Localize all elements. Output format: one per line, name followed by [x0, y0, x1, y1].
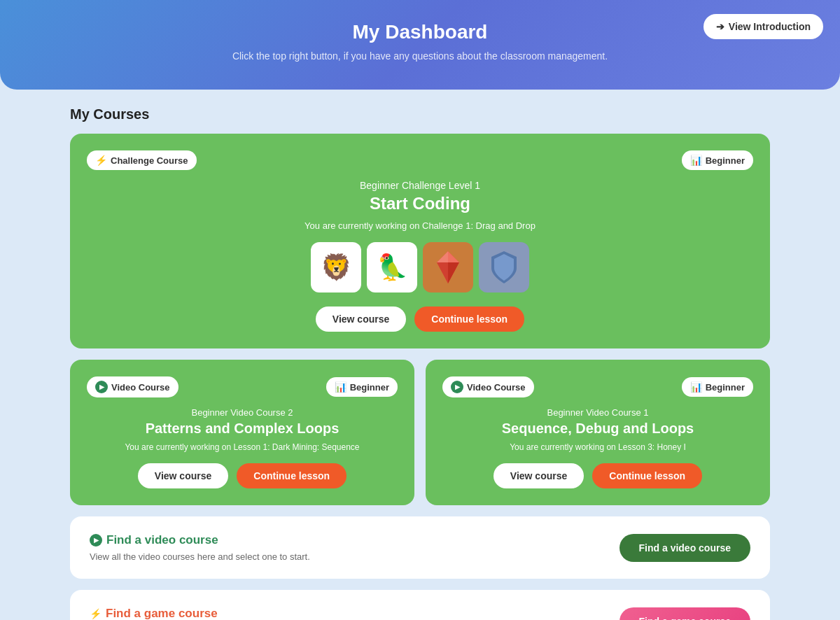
dashboard-subtitle: Click the top right button, if you have … [28, 50, 812, 62]
find-video-course-button[interactable]: Find a video course [620, 534, 750, 562]
find-video-course-card: ▶ Find a video course View all the video… [70, 516, 770, 579]
video-left-title: Patterns and Complex Loops [87, 421, 398, 437]
svg-marker-1 [448, 251, 459, 262]
beginner-badge: 📊 Beginner [682, 150, 753, 170]
game-icon-gem [423, 242, 473, 293]
view-introduction-button[interactable]: ➔ View Introduction [704, 14, 823, 39]
video-course-right-card: ▶ Video Course 📊 Beginner Beginner Video… [426, 360, 770, 505]
arrow-right-icon: ➔ [716, 21, 724, 32]
dashboard-title: My Dashboard [28, 21, 812, 43]
game-icon-parrot: 🦜 [367, 242, 417, 293]
video-badge-label-left: Video Course [111, 382, 170, 393]
view-course-button[interactable]: View course [316, 307, 406, 332]
play-circle-icon-left: ▶ [95, 381, 108, 393]
view-course-right-button[interactable]: View course [493, 463, 584, 488]
challenge-badge: ⚡ Challenge Course [87, 150, 197, 170]
game-icon-lion: 🦁 [311, 242, 361, 293]
bar-chart-icon-right: 📊 [690, 381, 702, 393]
view-intro-label: View Introduction [729, 21, 811, 32]
beginner-label-right: Beginner [706, 382, 745, 393]
continue-lesson-button[interactable]: Continue lesson [414, 307, 524, 332]
svg-marker-4 [437, 262, 448, 283]
beginner-label-left: Beginner [350, 382, 389, 393]
challenge-badge-label: Challenge Course [111, 155, 188, 166]
find-game-course-button[interactable]: Find a game course [620, 607, 750, 621]
find-game-heading: ⚡ Find a game course [90, 607, 411, 620]
card-subtitle: Beginner Challenge Level 1 [87, 180, 753, 191]
video-courses-row: ▶ Video Course 📊 Beginner Beginner Video… [70, 360, 770, 505]
challenge-card-buttons: View course Continue lesson [87, 307, 753, 332]
video-badge-right: ▶ Video Course [442, 376, 534, 397]
main-content: My Courses ⚡ Challenge Course 📊 Beginner… [0, 106, 840, 620]
header: ➔ View Introduction My Dashboard Click t… [0, 0, 840, 90]
video-course-left-card: ▶ Video Course 📊 Beginner Beginner Video… [70, 360, 414, 505]
svg-marker-2 [448, 262, 459, 283]
video-left-current: You are currently working on Lesson 1: D… [87, 442, 398, 452]
my-courses-heading: My Courses [70, 106, 770, 122]
card-title: Start Coding [87, 194, 753, 213]
video-badge-left: ▶ Video Course [87, 376, 178, 397]
view-course-left-button[interactable]: View course [138, 463, 228, 488]
flash-icon-game: ⚡ [90, 608, 102, 619]
card-top-row: ⚡ Challenge Course 📊 Beginner [87, 150, 753, 170]
find-game-left: ⚡ Find a game course View and start the … [90, 607, 411, 620]
find-video-desc: View all the video courses here and sele… [90, 551, 310, 562]
continue-left-button[interactable]: Continue lesson [237, 463, 346, 488]
card-top-row-right: ▶ Video Course 📊 Beginner [442, 376, 753, 397]
continue-right-button[interactable]: Continue lesson [592, 463, 702, 488]
find-video-heading-text: Find a video course [106, 533, 218, 547]
beginner-badge-right: 📊 Beginner [682, 377, 753, 397]
find-video-heading: ▶ Find a video course [90, 533, 310, 547]
bar-chart-icon: 📊 [690, 155, 702, 166]
card-current-lesson: You are currently working on Challenge 1… [87, 220, 753, 231]
bar-chart-icon-left: 📊 [335, 381, 346, 393]
beginner-badge-left: 📊 Beginner [326, 377, 398, 397]
challenge-course-card: ⚡ Challenge Course 📊 Beginner Beginner C… [70, 134, 770, 348]
find-video-left: ▶ Find a video course View all the video… [90, 533, 310, 562]
video-right-current: You are currently working on Lesson 3: H… [442, 442, 753, 452]
beginner-badge-label: Beginner [706, 155, 745, 166]
find-game-heading-text: Find a game course [106, 607, 218, 620]
video-right-buttons: View course Continue lesson [442, 463, 753, 488]
video-left-subtitle: Beginner Video Course 2 [87, 407, 398, 418]
video-left-buttons: View course Continue lesson [87, 463, 398, 488]
play-circle-icon-right: ▶ [451, 381, 463, 393]
card-top-row-left: ▶ Video Course 📊 Beginner [87, 376, 398, 397]
video-right-subtitle: Beginner Video Course 1 [442, 407, 753, 418]
play-circle-icon-find-video: ▶ [90, 534, 102, 547]
video-right-title: Sequence, Debug and Loops [442, 421, 753, 437]
game-icons-row: 🦁 🦜 [87, 242, 753, 293]
svg-marker-3 [437, 251, 448, 262]
flash-icon: ⚡ [95, 155, 107, 166]
find-game-course-card: ⚡ Find a game course View and start the … [70, 590, 770, 620]
video-badge-label-right: Video Course [467, 382, 526, 393]
game-icon-shield [479, 242, 529, 293]
